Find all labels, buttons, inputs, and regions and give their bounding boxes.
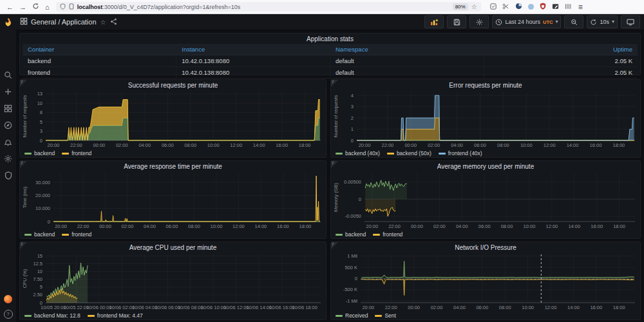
search-icon[interactable] [4,71,12,79]
svg-text:10/05 22:00: 10/05 22:00 [64,305,90,310]
legend-item[interactable]: Sent [375,312,396,319]
svg-text:04:00: 04:00 [138,142,151,148]
panel-title[interactable]: Application stats [20,35,640,43]
forward-icon[interactable]: → [19,3,26,11]
kiosk-tv-button[interactable] [621,15,640,28]
svg-text:1 Mil: 1 Mil [347,253,357,259]
svg-text:14:00: 14:00 [253,142,265,148]
edit-page-icon[interactable] [552,3,559,11]
table-cell: default [330,55,484,67]
legend-label: frontend [71,231,91,238]
refresh-button[interactable]: 10s ▾ [587,15,618,28]
server-admin-shield-icon[interactable] [5,171,12,180]
svg-text:22:00: 22:00 [70,142,82,148]
legend-item[interactable]: frontend [62,231,91,238]
svg-text:02:00: 02:00 [428,142,440,148]
browser-toolbar: ← → ⌂ localhost:3000/d/0_V_c4D7z/applica… [0,0,644,14]
alerting-bell-icon[interactable] [4,138,12,146]
svg-text:18:00: 18:00 [613,305,625,310]
bookmark-star-icon[interactable]: ☆ [471,3,477,10]
user-avatar[interactable] [4,295,12,303]
dashboard-apps-icon[interactable] [20,16,28,28]
back-icon[interactable]: ← [6,3,14,11]
svg-text:10.000: 10.000 [35,205,50,211]
table-cell: frontend [23,67,176,79]
dashboard-canvas: Application stats ContainerInstanceNames… [16,30,644,322]
page-info-icon[interactable] [69,3,74,11]
configuration-gear-icon[interactable] [4,155,12,163]
legend-label: backend [345,231,366,238]
svg-text:10:00: 10:00 [522,305,534,310]
reload-icon[interactable] [32,3,39,11]
time-range-picker[interactable]: Last 24 hours UTC ▾ [492,15,561,28]
svg-text:0: 0 [355,276,357,281]
panel-response-time: i Average response time per minute 20:00… [19,160,327,239]
timezone-label: UTC [543,19,553,25]
ublock-shield-icon[interactable] [540,3,546,11]
favorite-star-icon[interactable]: ☆ [100,19,106,26]
svg-text:00:00: 00:00 [99,223,111,229]
legend-item[interactable]: Received [336,312,368,319]
svg-text:02:00: 02:00 [431,305,443,310]
zoom-out-button[interactable] [564,15,583,28]
table-column-header[interactable]: Namespace [330,44,484,55]
panel-title[interactable]: Average CPU used per minute [20,244,326,251]
legend-item[interactable]: backend [336,231,366,238]
legend-item[interactable]: frontend [373,231,402,238]
panel-title[interactable]: Average response time per minute [20,163,326,170]
tracking-shield-icon[interactable] [60,3,66,11]
extension-dot-icon[interactable] [528,4,534,10]
svg-text:10/06 16:00: 10/06 16:00 [269,305,295,310]
url-bar[interactable]: localhost:3000/d/0_V_c4D7z/application?o… [56,2,481,12]
tab-grid-icon[interactable] [565,3,572,11]
chart-legend: ReceivedSent [336,312,396,319]
dashboard-settings-button[interactable] [469,15,489,28]
svg-text:08:00: 08:00 [501,223,513,229]
dashboards-grid-icon[interactable] [4,104,12,113]
svg-text:12:00: 12:00 [545,305,557,310]
home-icon[interactable]: ⌂ [45,3,50,11]
screenshot-scissors-icon[interactable] [502,3,509,11]
svg-text:20:00: 20:00 [366,223,378,229]
panel-memory-used: i Average memory used per minute 20:0022… [330,160,641,239]
legend-label: backend Max: 12.8 [34,312,80,319]
chart-canvas: 20:0022:0000:0002:0004:0006:0008:0010:00… [332,171,639,231]
menu-icon[interactable]: ≡ [578,3,583,12]
legend-item[interactable]: backend [24,231,55,238]
legend-item[interactable]: backend (50x) [387,150,431,156]
panel-title[interactable]: Error requests per minute [331,82,640,89]
help-icon[interactable]: ? [4,310,13,319]
legend-swatch [336,234,343,236]
chart-canvas: 20:0022:0000:0002:0004:0006:0008:0010:00… [332,252,639,312]
create-plus-icon[interactable] [4,88,12,96]
svg-text:-500 K: -500 K [343,287,357,292]
legend-item[interactable]: backend [24,150,55,156]
extension-shield-icon[interactable] [490,3,497,11]
legend-item[interactable]: backend Max: 12.8 [24,312,80,319]
panel-title[interactable]: Network I/O Pressure [331,244,640,251]
panel-title[interactable]: Successful requests per minute [20,82,326,89]
svg-text:16:00: 16:00 [591,223,603,229]
zoom-level-badge[interactable]: 80% [453,3,468,10]
table-column-header[interactable]: Instance [176,44,330,55]
legend-label: backend [34,150,55,156]
svg-text:10: 10 [37,269,43,274]
explore-compass-icon[interactable] [4,121,12,129]
panel-title[interactable]: Average memory used per minute [331,163,640,170]
save-dashboard-button[interactable] [447,15,466,28]
svg-text:3: 3 [351,104,354,109]
breadcrumb[interactable]: General / Application [31,18,97,26]
legend-item[interactable]: frontend Max: 4.47 [88,312,143,319]
add-panel-button[interactable] [424,15,444,28]
share-icon[interactable] [110,16,117,28]
legend-item[interactable]: frontend (40x) [439,150,482,156]
chart-legend: backendfrontend [24,231,91,238]
svg-text:2.50: 2.50 [33,292,43,298]
grafana-logo-icon[interactable] [3,17,13,27]
profiler-pie-icon[interactable] [515,3,522,11]
legend-item[interactable]: frontend [62,150,91,156]
table-column-header[interactable]: Uptime [484,44,638,55]
table-column-header[interactable]: Container [23,44,176,55]
url-path: :3000/d/0_V_c4D7z/application?orgId=1&re… [102,4,240,10]
legend-item[interactable]: backend (40x) [336,150,380,156]
